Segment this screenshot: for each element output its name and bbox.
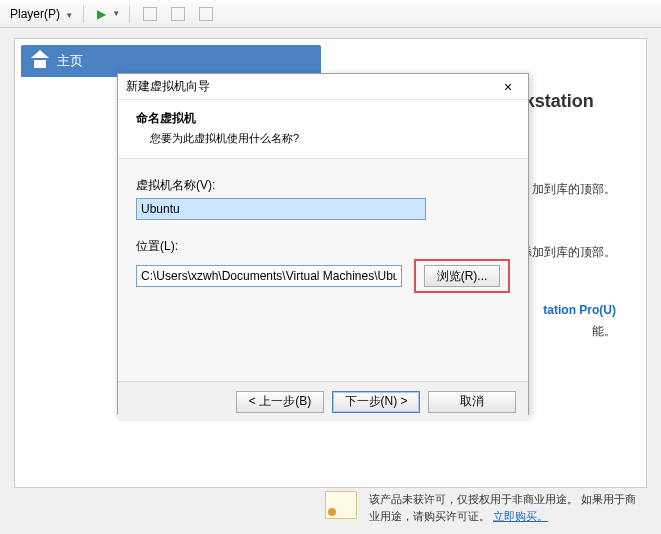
upgrade-pro-link[interactable]: tation Pro(U) <box>543 303 616 317</box>
close-button[interactable]: × <box>496 79 520 95</box>
cancel-button[interactable]: 取消 <box>428 391 516 413</box>
upgrade-pro-label: tation Pro(U) <box>543 303 616 317</box>
vm-location-input[interactable] <box>136 265 402 287</box>
dialog-body: 虚拟机名称(V): 位置(L): 浏览(R)... <box>118 159 528 381</box>
square-icon <box>143 7 157 21</box>
square-icon <box>171 7 185 21</box>
dialog-subheading: 您要为此虚拟机使用什么名称? <box>136 131 510 146</box>
buy-now-link[interactable]: 立即购买。 <box>493 510 548 522</box>
dropdown-icon: ▼ <box>112 9 120 18</box>
toolbar-button-1[interactable] <box>139 7 161 21</box>
player-menu[interactable]: Player(P) ▼ <box>6 5 77 23</box>
run-button[interactable]: ▶ ▼ <box>93 7 120 21</box>
side-text-1: 加到库的顶部。 <box>532 181 616 198</box>
license-text: 该产品未获许可，仅授权用于非商业用途。 如果用于商业用途，请购买许可证。 立即购… <box>369 491 647 524</box>
browse-button[interactable]: 浏览(R)... <box>424 265 500 287</box>
vm-location-label: 位置(L): <box>136 238 510 255</box>
separator <box>129 5 130 23</box>
back-button[interactable]: < 上一步(B) <box>236 391 324 413</box>
dialog-footer: < 上一步(B) 下一步(N) > 取消 <box>118 381 528 421</box>
dropdown-icon: ▼ <box>65 11 73 20</box>
vm-name-input[interactable] <box>136 198 426 220</box>
toolbar-button-3[interactable] <box>195 7 217 21</box>
dialog-titlebar: 新建虚拟机向导 × <box>118 74 528 100</box>
toolbar-button-2[interactable] <box>167 7 189 21</box>
vm-name-label: 虚拟机名称(V): <box>136 177 510 194</box>
square-icon <box>199 7 213 21</box>
browse-highlight: 浏览(R)... <box>414 259 510 293</box>
location-row: 浏览(R)... <box>136 259 510 293</box>
next-button[interactable]: 下一步(N) > <box>332 391 420 413</box>
app-toolbar: Player(P) ▼ ▶ ▼ <box>0 0 661 28</box>
dialog-title-text: 新建虚拟机向导 <box>126 78 496 95</box>
certificate-icon <box>325 491 357 519</box>
side-text-2: 添加到库的顶部。 <box>520 244 616 261</box>
separator <box>83 5 84 23</box>
new-vm-wizard-dialog: 新建虚拟机向导 × 命名虚拟机 您要为此虚拟机使用什么名称? 虚拟机名称(V):… <box>117 73 529 415</box>
dialog-heading: 命名虚拟机 <box>136 110 510 127</box>
player-menu-label: Player(P) <box>10 7 60 21</box>
play-icon: ▶ <box>97 7 106 21</box>
home-tab-label: 主页 <box>57 52 83 70</box>
license-footer: 该产品未获许可，仅授权用于非商业用途。 如果用于商业用途，请购买许可证。 立即购… <box>325 491 647 524</box>
home-icon <box>31 54 49 68</box>
side-text-3: 能。 <box>592 323 616 340</box>
dialog-header: 命名虚拟机 您要为此虚拟机使用什么名称? <box>118 100 528 159</box>
